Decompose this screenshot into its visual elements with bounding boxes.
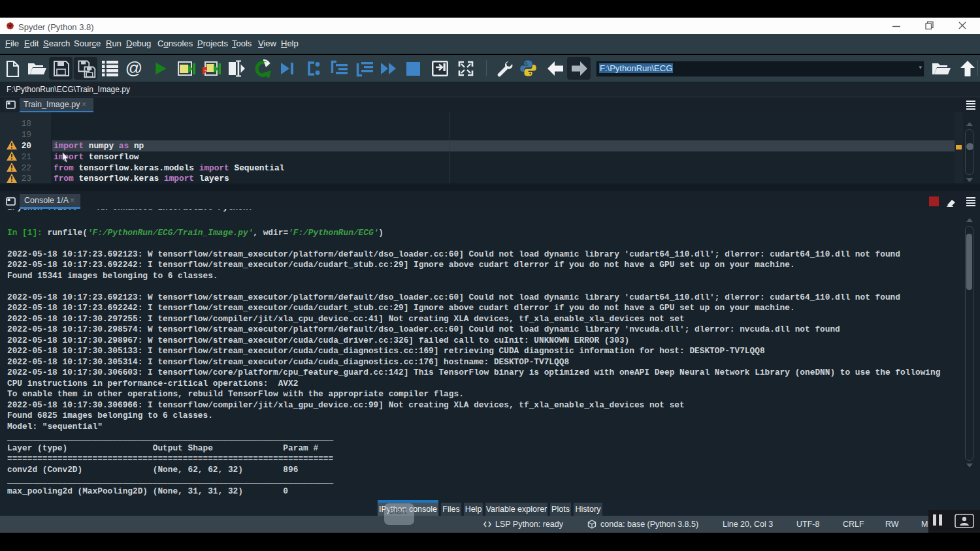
svg-text:@: @ (125, 59, 142, 78)
